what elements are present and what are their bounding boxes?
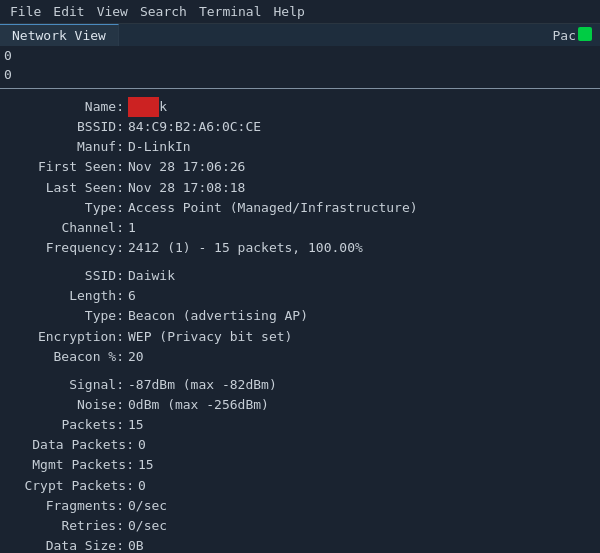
retries-row: Retries: 0/sec	[8, 516, 592, 536]
tab-network-view[interactable]: Network View	[0, 24, 119, 46]
ssid-type-value: Beacon (advertising AP)	[128, 306, 308, 326]
signal-value: -87dBm (max -82dBm)	[128, 375, 277, 395]
last-seen-label: Last Seen:	[8, 178, 128, 198]
bssid-row: BSSID: 84:C9:B2:A6:0C:CE	[8, 117, 592, 137]
frequency-row: Frequency: 2412 (1) - 15 packets, 100.00…	[8, 238, 592, 258]
frequency-value: 2412 (1) - 15 packets, 100.00%	[128, 238, 363, 258]
name-value: k	[159, 97, 167, 117]
tabbar: Network View Pac	[0, 24, 600, 46]
crypt-packets-row: Crypt Packets: 0	[8, 476, 592, 496]
retries-label: Retries:	[8, 516, 128, 536]
frequency-label: Frequency:	[8, 238, 128, 258]
ssid-type-label: Type:	[8, 306, 128, 326]
data-packets-row: Data Packets: 0	[8, 435, 592, 455]
separator	[0, 88, 600, 89]
noise-row: Noise: 0dBm (max -256dBm)	[8, 395, 592, 415]
encryption-label: Encryption:	[8, 327, 128, 347]
encryption-value: WEP (Privacy bit set)	[128, 327, 292, 347]
packets-row: Packets: 15	[8, 415, 592, 435]
first-seen-label: First Seen:	[8, 157, 128, 177]
manuf-label: Manuf:	[8, 137, 128, 157]
beacon-row: Beacon %: 20	[8, 347, 592, 367]
mgmt-packets-value: 15	[138, 455, 154, 475]
name-row: Name: k	[8, 97, 592, 117]
data-packets-value: 0	[138, 435, 146, 455]
menu-file[interactable]: File	[4, 2, 47, 21]
bssid-value: 84:C9:B2:A6:0C:CE	[128, 117, 261, 137]
bssid-label: BSSID:	[8, 117, 128, 137]
data-size-row: Data Size: 0B	[8, 536, 592, 553]
channel-row: Channel: 1	[8, 218, 592, 238]
first-seen-row: First Seen: Nov 28 17:06:26	[8, 157, 592, 177]
ssid-value: Daiwik	[128, 266, 175, 286]
type-value: Access Point (Managed/Infrastructure)	[128, 198, 418, 218]
menu-terminal[interactable]: Terminal	[193, 2, 268, 21]
channel-label: Channel:	[8, 218, 128, 238]
length-value: 6	[128, 286, 136, 306]
crypt-packets-value: 0	[138, 476, 146, 496]
channel-value: 1	[128, 218, 136, 238]
last-seen-row: Last Seen: Nov 28 17:08:18	[8, 178, 592, 198]
data-size-label: Data Size:	[8, 536, 128, 553]
manuf-value: D-LinkIn	[128, 137, 191, 157]
pac-label: Pac	[553, 28, 576, 43]
retries-value: 0/sec	[128, 516, 167, 536]
noise-label: Noise:	[8, 395, 128, 415]
name-redbox	[128, 97, 159, 117]
type-label: Type:	[8, 198, 128, 218]
ssid-label: SSID:	[8, 266, 128, 286]
info-panel: Name: k BSSID: 84:C9:B2:A6:0C:CE Manuf: …	[0, 93, 600, 553]
beacon-label: Beacon %:	[8, 347, 128, 367]
length-row: Length: 6	[8, 286, 592, 306]
menu-help[interactable]: Help	[268, 2, 311, 21]
noise-value: 0dBm (max -256dBm)	[128, 395, 269, 415]
signal-label: Signal:	[8, 375, 128, 395]
packets-label: Packets:	[8, 415, 128, 435]
name-label: Name:	[8, 97, 128, 117]
signal-row: Signal: -87dBm (max -82dBm)	[8, 375, 592, 395]
data-packets-label: Data Packets:	[8, 435, 138, 455]
last-seen-value: Nov 28 17:08:18	[128, 178, 245, 198]
connection-indicator	[578, 27, 592, 41]
type-row: Type: Access Point (Managed/Infrastructu…	[8, 198, 592, 218]
first-seen-value: Nov 28 17:06:26	[128, 157, 245, 177]
main-content: 0 Name: k BSSID: 84:C9:B2:A6:0C:CE Manuf…	[0, 65, 600, 553]
menu-search[interactable]: Search	[134, 2, 193, 21]
crypt-packets-label: Crypt Packets:	[8, 476, 138, 496]
fragments-row: Fragments: 0/sec	[8, 496, 592, 516]
mgmt-packets-label: Mgmt Packets:	[8, 455, 138, 475]
ssid-row: SSID: Daiwik	[8, 266, 592, 286]
data-size-value: 0B	[128, 536, 144, 553]
beacon-value: 20	[128, 347, 144, 367]
menu-edit[interactable]: Edit	[47, 2, 90, 21]
menu-view[interactable]: View	[91, 2, 134, 21]
manuf-row: Manuf: D-LinkIn	[8, 137, 592, 157]
encryption-row: Encryption: WEP (Privacy bit set)	[8, 327, 592, 347]
fragments-label: Fragments:	[8, 496, 128, 516]
mgmt-packets-row: Mgmt Packets: 15	[8, 455, 592, 475]
fragments-value: 0/sec	[128, 496, 167, 516]
ssid-type-row: Type: Beacon (advertising AP)	[8, 306, 592, 326]
zero-mid: 0	[0, 65, 600, 84]
menubar: File Edit View Search Terminal Help	[0, 0, 600, 24]
length-label: Length:	[8, 286, 128, 306]
packets-value: 15	[128, 415, 144, 435]
zero-top: 0	[0, 46, 600, 65]
